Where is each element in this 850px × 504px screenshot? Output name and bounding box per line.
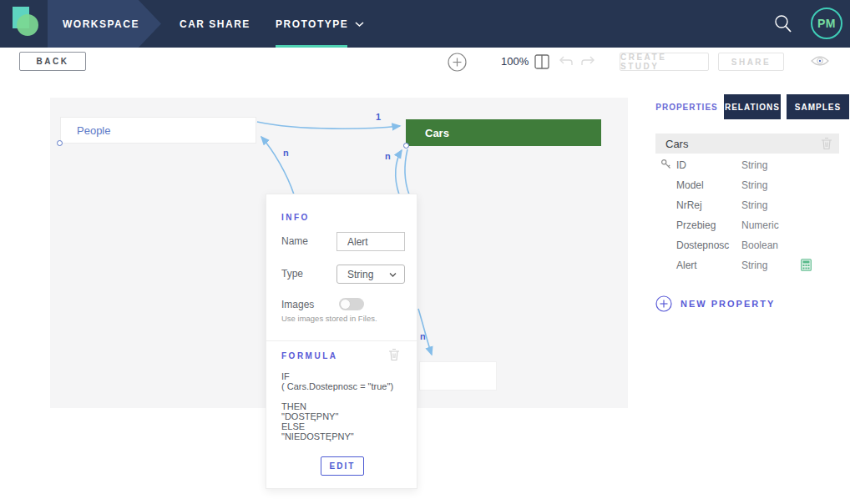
- new-property-button[interactable]: NEW PROPERTY: [655, 295, 775, 312]
- name-input[interactable]: [336, 232, 405, 251]
- project-label: CAR SHARE: [180, 18, 250, 30]
- property-type: Numeric: [741, 219, 779, 231]
- tab-samples-label: SAMPLES: [795, 103, 841, 112]
- create-study-label: CREATE STUDY: [620, 53, 708, 71]
- property-name: Dostepnosc: [676, 239, 729, 251]
- property-type: String: [741, 179, 767, 191]
- formula-line: ELSE: [281, 421, 393, 431]
- formula-line: IF: [281, 371, 393, 381]
- entity-people[interactable]: People: [60, 117, 256, 144]
- tab-relations[interactable]: RELATIONS: [724, 94, 781, 119]
- entity-cars-port[interactable]: [403, 143, 409, 149]
- type-field-label: Type: [281, 268, 303, 280]
- sidebar-tabs: PROPERTIES RELATIONS SAMPLES: [655, 94, 849, 119]
- cardinality-label-n-people: n: [283, 148, 289, 158]
- zoom-level: 100%: [501, 55, 529, 68]
- breadcrumb-project[interactable]: CAR SHARE: [180, 0, 250, 48]
- delete-entity-icon[interactable]: [821, 137, 832, 150]
- avatar[interactable]: PM: [811, 8, 842, 39]
- images-hint-text: Use images stored in Files.: [281, 314, 377, 323]
- top-navbar: WORKSPACE CAR SHARE PROTOTYPE PM: [0, 0, 850, 48]
- formula-line: "NIEDOSTĘPNY": [281, 431, 393, 441]
- breadcrumb-workspace[interactable]: WORKSPACE: [48, 0, 161, 48]
- section-label: PROTOTYPE: [276, 18, 348, 30]
- images-field-label: Images: [281, 299, 314, 310]
- property-editor-popup: INFO Name Type String Images Use images …: [266, 194, 417, 489]
- fit-view-icon[interactable]: [534, 54, 549, 69]
- edit-formula-label: EDIT: [330, 461, 356, 471]
- back-button-label: BACK: [37, 57, 69, 66]
- type-select-value: String: [347, 269, 373, 280]
- info-section-title: INFO: [281, 213, 310, 222]
- entity-cars-label: Cars: [425, 127, 449, 139]
- formula-section-title: FORMULA: [281, 351, 338, 360]
- logo-shape-circle: [17, 14, 38, 36]
- property-row-przebieg[interactable]: Przebieg Numeric: [655, 215, 839, 235]
- share-button-label: SHARE: [731, 58, 772, 67]
- add-entity-icon[interactable]: [448, 53, 467, 72]
- app-root: WORKSPACE CAR SHARE PROTOTYPE PM BACK: [0, 0, 850, 504]
- back-button[interactable]: BACK: [19, 52, 86, 71]
- property-type: String: [741, 159, 767, 171]
- property-row-id[interactable]: ID String: [655, 155, 839, 175]
- type-select[interactable]: String: [336, 265, 405, 284]
- formula-calculator-icon[interactable]: [801, 259, 812, 271]
- relation-line-to-people[interactable]: [261, 137, 294, 194]
- property-row-alert[interactable]: Alert String: [655, 255, 839, 275]
- property-row-nrrej[interactable]: NrRej String: [655, 195, 839, 215]
- formula-line: [281, 391, 393, 401]
- avatar-initials: PM: [817, 17, 836, 30]
- property-row-model[interactable]: Model String: [655, 175, 839, 195]
- images-toggle[interactable]: [339, 298, 364, 310]
- plus-circle-icon: [655, 295, 672, 312]
- new-property-label: NEW PROPERTY: [681, 299, 775, 309]
- search-icon[interactable]: [772, 13, 795, 36]
- property-name: Model: [676, 179, 704, 191]
- property-type: String: [741, 199, 767, 211]
- nav-prototype-menu[interactable]: PROTOTYPE: [276, 0, 364, 48]
- property-type: Boolean: [741, 239, 778, 251]
- property-type: String: [741, 260, 767, 271]
- cardinality-label-one: 1: [376, 112, 381, 122]
- redo-icon[interactable]: [579, 55, 596, 68]
- cardinality-label-n-down: n: [420, 331, 426, 341]
- property-name: Alert: [676, 260, 697, 271]
- preview-eye-icon[interactable]: [811, 55, 829, 67]
- relation-line-to-cars-2: [405, 149, 409, 194]
- workspace-label: WORKSPACE: [48, 18, 139, 30]
- create-study-button[interactable]: CREATE STUDY: [620, 53, 709, 71]
- undo-icon[interactable]: [558, 55, 574, 68]
- tab-properties-label: PROPERTIES: [655, 103, 717, 112]
- popup-divider: [266, 340, 417, 341]
- app-logo[interactable]: [0, 0, 48, 48]
- tab-relations-label: RELATIONS: [725, 103, 780, 112]
- property-name: ID: [676, 159, 686, 171]
- tab-properties[interactable]: PROPERTIES: [655, 94, 718, 119]
- formula-body: IF ( Cars.Dostepnosc = "true") THEN "DOS…: [281, 371, 393, 441]
- property-row-dostepnosc[interactable]: Dostepnosc Boolean: [655, 235, 839, 255]
- share-button[interactable]: SHARE: [718, 53, 784, 71]
- entity-people-port[interactable]: [57, 140, 63, 146]
- formula-line: THEN: [281, 401, 393, 411]
- entity-people-label: People: [77, 124, 110, 137]
- entity-cars[interactable]: Cars: [406, 119, 601, 146]
- images-toggle-knob: [340, 299, 351, 310]
- name-field-label: Name: [281, 235, 308, 247]
- key-icon: [660, 159, 672, 170]
- selected-entity-header: Cars: [655, 134, 839, 154]
- edit-formula-button[interactable]: EDIT: [321, 456, 364, 476]
- delete-formula-icon[interactable]: [388, 348, 400, 361]
- relation-line-people-cars[interactable]: [257, 122, 400, 129]
- formula-line: "DOSTĘPNY": [281, 411, 393, 421]
- entity-partial[interactable]: [419, 361, 497, 391]
- chevron-down-icon: [355, 21, 364, 28]
- select-chevron-down-icon: [389, 272, 397, 278]
- toolbar: BACK 100% CREATE STUDY SHARE: [0, 48, 850, 98]
- tab-samples[interactable]: SAMPLES: [787, 94, 849, 119]
- formula-line: ( Cars.Dostepnosc = "true"): [281, 381, 393, 391]
- selected-entity-name: Cars: [665, 138, 688, 150]
- relation-line-to-cars[interactable]: [396, 150, 402, 194]
- property-name: Przebieg: [676, 219, 716, 231]
- cardinality-label-n-cars: n: [385, 151, 391, 161]
- property-name: NrRej: [676, 199, 702, 211]
